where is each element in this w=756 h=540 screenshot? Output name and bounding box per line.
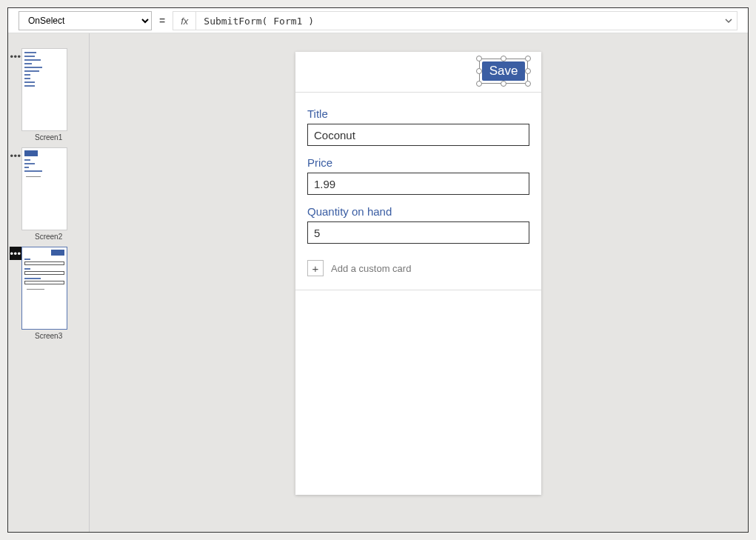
screen-thumb-2-label: Screen2: [35, 233, 67, 241]
resize-handle[interactable]: [525, 81, 531, 87]
screens-panel: ••• Screen1: [8, 33, 90, 532]
resize-handle[interactable]: [501, 56, 506, 61]
qty-input[interactable]: [307, 221, 529, 244]
ellipsis-icon[interactable]: •••: [10, 48, 21, 62]
phone-header: Save: [295, 52, 541, 93]
price-input[interactable]: [307, 173, 529, 195]
fx-label: fx: [173, 12, 196, 30]
canvas[interactable]: Save Title Price: [90, 33, 748, 532]
screen-thumb-2[interactable]: Screen2: [21, 147, 67, 241]
property-dropdown[interactable]: OnSelect: [19, 11, 152, 30]
field-label-qty: Quantity on hand: [307, 205, 529, 218]
resize-handle[interactable]: [476, 56, 482, 61]
screen-thumb-3-label: Screen3: [35, 332, 67, 340]
phone-preview: Save Title Price: [295, 52, 541, 495]
form-body: Title Price Quantity on hand + Add a cus…: [295, 93, 541, 290]
resize-handle[interactable]: [476, 81, 482, 87]
formula-bar: OnSelect = fx SubmitForm( Form1 ): [8, 8, 748, 33]
add-custom-card-label: Add a custom card: [331, 263, 411, 274]
screen-thumb-1[interactable]: Screen1: [21, 48, 67, 141]
save-button[interactable]: Save: [482, 61, 525, 81]
equals-sign: =: [159, 15, 165, 27]
resize-handle[interactable]: [525, 56, 531, 61]
resize-handle[interactable]: [525, 68, 531, 74]
plus-icon: +: [307, 260, 324, 276]
chevron-down-icon: [725, 17, 732, 24]
ellipsis-icon[interactable]: •••: [10, 247, 21, 260]
resize-handle[interactable]: [476, 68, 482, 74]
ellipsis-icon[interactable]: •••: [10, 147, 21, 161]
screen-thumb-1-row: ••• Screen1: [8, 48, 89, 141]
app-frame: OnSelect = fx SubmitForm( Form1 ) •••: [7, 7, 749, 533]
field-label-title: Title: [307, 107, 529, 120]
title-input[interactable]: [307, 124, 529, 146]
screen-thumb-3-row: ••• Screen3: [8, 247, 89, 340]
workspace: ••• Screen1: [8, 33, 748, 532]
formula-input-wrap: fx SubmitForm( Form1 ): [173, 11, 737, 30]
screen-thumb-2-row: ••• Screen2: [8, 147, 89, 241]
add-custom-card-row[interactable]: + Add a custom card: [307, 260, 529, 276]
resize-handle[interactable]: [501, 81, 506, 87]
form-divider: [295, 290, 541, 290]
expand-formula-button[interactable]: [720, 17, 737, 24]
save-button-selection[interactable]: Save: [475, 54, 532, 88]
screen-thumb-3[interactable]: Screen3: [21, 247, 67, 340]
field-label-price: Price: [307, 156, 529, 169]
screen-thumb-1-label: Screen1: [35, 133, 67, 141]
formula-text[interactable]: SubmitForm( Form1 ): [196, 16, 720, 27]
